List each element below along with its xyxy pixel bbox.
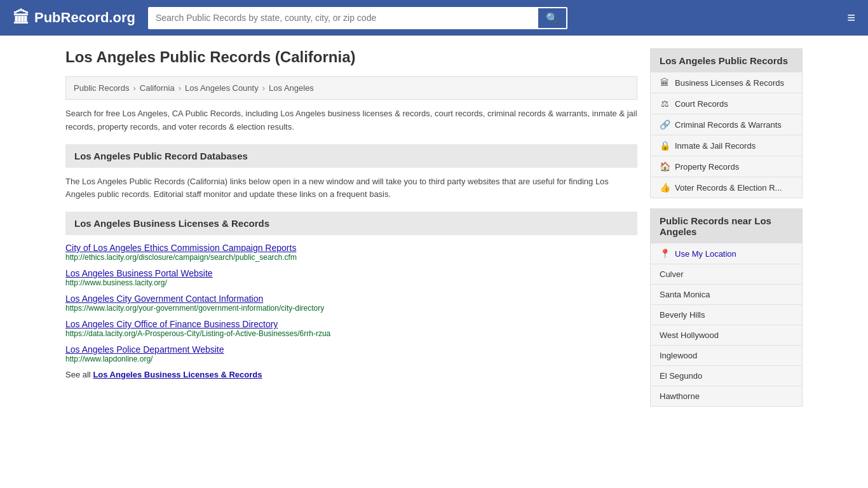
- breadcrumb-sep-3: ›: [262, 83, 265, 93]
- breadcrumb-link-public-records[interactable]: Public Records: [74, 83, 129, 93]
- sidebar-pr-icon: 🏛: [660, 78, 670, 88]
- nearby-location-label: El Segundo: [660, 371, 702, 381]
- breadcrumb-current: Los Angeles: [269, 83, 314, 93]
- record-link-url[interactable]: http://ethics.lacity.org/disclosure/camp…: [65, 253, 637, 262]
- sidebar-pr-item[interactable]: ⚖ Court Records: [651, 93, 802, 114]
- sidebar-pr-icon: ⚖: [660, 98, 670, 109]
- sidebar-pr-icon: 🔗: [660, 119, 670, 130]
- nearby-location-item[interactable]: Culver: [651, 264, 802, 285]
- nearby-location-item[interactable]: Inglewood: [651, 346, 802, 366]
- see-all-prefix: See all: [65, 370, 91, 379]
- record-link-title[interactable]: Los Angeles Business Portal Website: [65, 268, 213, 278]
- record-link-url[interactable]: https://www.lacity.org/your-government/g…: [65, 304, 637, 313]
- sidebar-public-records-title: Los Angeles Public Records: [651, 49, 802, 72]
- nearby-location-item[interactable]: Santa Monica: [651, 285, 802, 305]
- record-link-item: Los Angeles City Office of Finance Busin…: [65, 319, 637, 338]
- nearby-location-label: West Hollywood: [660, 330, 719, 340]
- location-icon: 📍: [660, 248, 670, 259]
- nearby-location-item[interactable]: El Segundo: [651, 366, 802, 386]
- search-bar: 🔍: [148, 7, 567, 29]
- record-link-url[interactable]: https://data.lacity.org/A-Prosperous-Cit…: [65, 329, 637, 338]
- use-location-label: Use My Location: [675, 249, 736, 259]
- sidebar-public-records: Los Angeles Public Records 🏛 Business Li…: [650, 48, 803, 198]
- record-link-title[interactable]: Los Angeles City Government Contact Info…: [65, 294, 263, 304]
- search-button[interactable]: 🔍: [537, 7, 567, 29]
- sidebar-nearby: Public Records near Los Angeles 📍 Use My…: [650, 208, 803, 407]
- sidebar-pr-label: Inmate & Jail Records: [675, 141, 756, 151]
- search-input[interactable]: [148, 7, 537, 29]
- record-link-title[interactable]: City of Los Angeles Ethics Commission Ca…: [65, 243, 296, 253]
- sidebar-pr-label: Voter Records & Election R...: [675, 183, 782, 193]
- nearby-location-item[interactable]: Beverly Hills: [651, 305, 802, 325]
- nearby-location-label: Hawthorne: [660, 391, 700, 401]
- breadcrumb-link-california[interactable]: California: [140, 83, 175, 93]
- page-description: Search for free Los Angeles, CA Public R…: [65, 107, 637, 134]
- sidebar-pr-label: Property Records: [675, 162, 739, 172]
- sidebar-pr-label: Business Licenses & Records: [675, 78, 784, 88]
- logo-icon: 🏛: [13, 8, 29, 28]
- record-link-item: Los Angeles City Government Contact Info…: [65, 294, 637, 313]
- main-container: Los Angeles Public Records (California) …: [53, 36, 815, 430]
- record-link-item: Los Angeles Business Portal Website http…: [65, 268, 637, 287]
- sidebar-pr-icon: 👍: [660, 182, 670, 193]
- sidebar-pr-icon: 🔒: [660, 140, 670, 151]
- sidebar-pr-item[interactable]: 🏠 Property Records: [651, 156, 802, 177]
- business-section-header: Los Angeles Business Licenses & Records: [65, 212, 637, 235]
- breadcrumb: Public Records › California › Los Angele…: [65, 76, 637, 100]
- record-link-title[interactable]: Los Angeles City Office of Finance Busin…: [65, 319, 278, 329]
- databases-section-header: Los Angeles Public Record Databases: [65, 144, 637, 168]
- breadcrumb-sep-2: ›: [179, 83, 181, 93]
- page-title: Los Angeles Public Records (California): [65, 48, 637, 66]
- sidebar-nearby-title: Public Records near Los Angeles: [651, 209, 802, 243]
- record-link-url[interactable]: http://www.business.lacity.org/: [65, 278, 637, 287]
- see-all-business: See all Los Angeles Business Licenses & …: [65, 370, 637, 379]
- record-link-item: City of Los Angeles Ethics Commission Ca…: [65, 243, 637, 262]
- breadcrumb-link-la-county[interactable]: Los Angeles County: [185, 83, 259, 93]
- see-all-link[interactable]: Los Angeles Business Licenses & Records: [93, 370, 262, 379]
- sidebar-pr-icon: 🏠: [660, 161, 670, 172]
- record-link-item: Los Angeles Police Department Website ht…: [65, 344, 637, 363]
- nearby-location-label: Inglewood: [660, 351, 697, 360]
- breadcrumb-sep-1: ›: [133, 83, 135, 93]
- sidebar-pr-item[interactable]: 🔗 Criminal Records & Warrants: [651, 114, 802, 135]
- sidebar-public-records-list: 🏛 Business Licenses & Records ⚖ Court Re…: [651, 72, 802, 198]
- use-my-location[interactable]: 📍 Use My Location: [651, 243, 802, 264]
- sidebar: Los Angeles Public Records 🏛 Business Li…: [650, 48, 803, 417]
- sidebar-pr-label: Criminal Records & Warrants: [675, 120, 782, 130]
- logo[interactable]: 🏛 PubRecord.org: [13, 8, 135, 28]
- menu-button[interactable]: ≡: [847, 10, 855, 26]
- nearby-location-label: Culver: [660, 269, 684, 279]
- nearby-list: CulverSanta MonicaBeverly HillsWest Holl…: [651, 264, 802, 406]
- record-link-url[interactable]: http://www.lapdonline.org/: [65, 355, 637, 363]
- business-links-list: City of Los Angeles Ethics Commission Ca…: [65, 243, 637, 363]
- nearby-location-label: Santa Monica: [660, 290, 710, 299]
- sidebar-pr-item[interactable]: 🏛 Business Licenses & Records: [651, 72, 802, 93]
- sidebar-pr-item[interactable]: 🔒 Inmate & Jail Records: [651, 135, 802, 156]
- databases-description: The Los Angeles Public Records (Californ…: [65, 175, 637, 202]
- nearby-location-item[interactable]: West Hollywood: [651, 325, 802, 346]
- content-area: Los Angeles Public Records (California) …: [65, 48, 637, 417]
- nearby-location-label: Beverly Hills: [660, 310, 705, 320]
- sidebar-pr-label: Court Records: [675, 99, 728, 109]
- logo-text: PubRecord.org: [34, 10, 135, 26]
- record-link-title[interactable]: Los Angeles Police Department Website: [65, 344, 224, 355]
- nearby-location-item[interactable]: Hawthorne: [651, 386, 802, 406]
- header: 🏛 PubRecord.org 🔍 ≡: [0, 0, 868, 36]
- sidebar-pr-item[interactable]: 👍 Voter Records & Election R...: [651, 177, 802, 198]
